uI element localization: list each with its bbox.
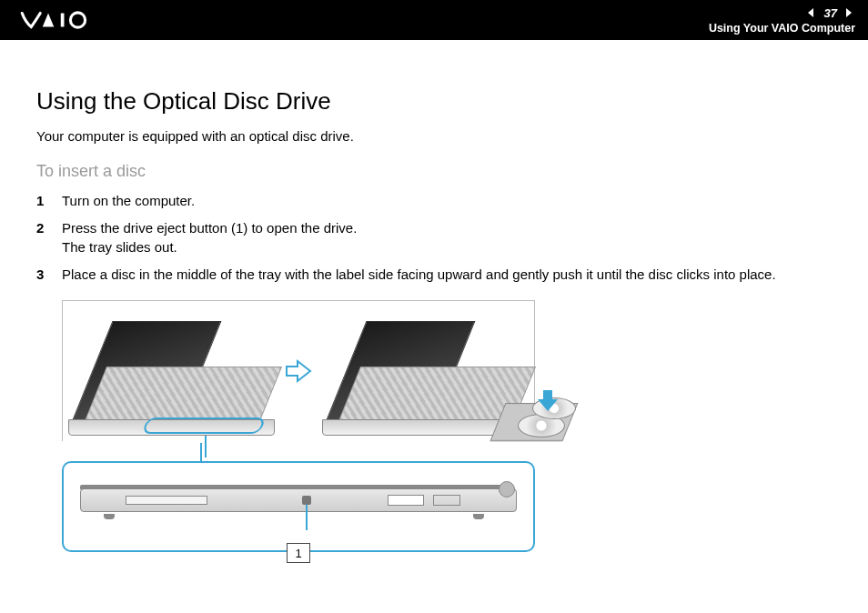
card-slot (126, 496, 207, 505)
svg-point-1 (70, 13, 85, 27)
step-number: 3 (36, 266, 62, 284)
page-content: Using the Optical Disc Drive Your comput… (0, 40, 868, 552)
step-text: Place a disc in the middle of the tray w… (62, 266, 832, 284)
illustration-side-view: 1 (62, 461, 535, 552)
step-number: 1 (36, 192, 62, 210)
header-bar: 37 Using Your VAIO Computer (0, 0, 868, 40)
step-item: 2 Press the drive eject button (1) to op… (36, 219, 832, 256)
next-page-arrow-icon[interactable] (843, 7, 855, 18)
subheading: To insert a disc (36, 162, 832, 181)
illustration: 1 (62, 300, 535, 552)
insert-arrow-icon (538, 388, 558, 416)
prev-page-arrow-icon[interactable] (806, 7, 819, 18)
laptop-closed-tray-panel (68, 306, 275, 436)
step-number: 2 (36, 219, 62, 237)
svg-rect-0 (61, 14, 65, 27)
step-item: 1 Turn on the computer. (36, 192, 832, 210)
vaio-logo (16, 11, 116, 29)
section-label: Using Your VAIO Computer (709, 22, 855, 35)
header-right: 37 Using Your VAIO Computer (709, 6, 855, 35)
port-icon (388, 495, 424, 506)
page-number: 37 (824, 6, 837, 20)
eject-button-marker (302, 496, 311, 505)
laptop-open-tray-panel (322, 306, 529, 436)
drive-highlight (141, 417, 266, 434)
illustration-top-row (62, 300, 535, 441)
callout-label: 1 (287, 543, 310, 563)
laptop-side-profile (73, 476, 524, 528)
steps-list: 1 Turn on the computer. 2 Press the driv… (36, 192, 832, 284)
port-icon (433, 495, 460, 506)
sequence-arrow-icon (284, 358, 313, 384)
page-title: Using the Optical Disc Drive (36, 87, 832, 116)
intro-text: Your computer is equipped with an optica… (36, 128, 832, 144)
step-item: 3 Place a disc in the middle of the tray… (36, 266, 832, 284)
step-text: Turn on the computer. (62, 192, 832, 210)
step-text: Press the drive eject button (1) to open… (62, 219, 832, 256)
